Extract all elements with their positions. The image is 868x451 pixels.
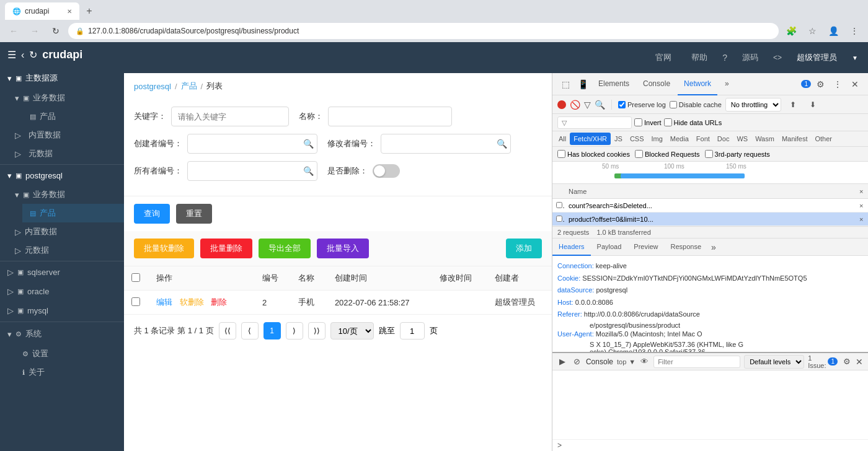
third-party-requests[interactable]: 3rd-party requests	[705, 150, 770, 158]
export-btn[interactable]: ⬇	[805, 97, 821, 113]
console-filter-input[interactable]	[653, 356, 740, 368]
network-row-1[interactable]: count?search=&isDeleted... ×	[552, 199, 868, 212]
nav-user[interactable]: 超级管理员	[792, 50, 842, 66]
export-all-btn[interactable]: 导出全部	[259, 239, 311, 258]
modifier-search-btn[interactable]: 🔍	[497, 139, 507, 149]
dt-tab-network[interactable]: Network	[678, 73, 717, 95]
filter-css[interactable]: CSS	[626, 133, 648, 145]
sidebar-item-metadata-1[interactable]: ▷ 元数据	[7, 144, 124, 163]
invert-checkbox[interactable]: Invert	[634, 118, 662, 126]
invert-input[interactable]	[634, 118, 642, 126]
hamburger-btn[interactable]: ☰	[7, 49, 16, 61]
filter-toggle-btn[interactable]: ▽	[584, 100, 591, 110]
add-btn[interactable]: 添加	[506, 239, 542, 258]
sidebar-item-business-data-1[interactable]: ▾ ▣ 业务数据	[7, 89, 124, 107]
page-prev-btn[interactable]: ⟨	[241, 322, 259, 339]
batch-soft-delete-btn[interactable]: 批量软删除	[134, 239, 194, 258]
back-btn[interactable]: ←	[5, 22, 22, 40]
breadcrumb-postgresql[interactable]: postgresql	[134, 82, 171, 91]
sidebar-item-business-data-2[interactable]: ▾ ▣ 业务数据	[7, 185, 124, 204]
page-last-btn[interactable]: ⟩⟩	[308, 322, 326, 339]
delete-link[interactable]: 删除	[211, 297, 227, 307]
sidebar-item-builtin-1[interactable]: ▷ 内置数据	[7, 126, 124, 144]
nav-source[interactable]: 源码	[737, 50, 763, 66]
network-filter-input[interactable]	[557, 116, 632, 129]
dt-more-btn[interactable]: ⋮	[830, 76, 846, 92]
dt-inspect-btn[interactable]: ⬚	[557, 76, 574, 92]
reload-btn[interactable]: ↻	[47, 22, 64, 40]
filter-js[interactable]: JS	[611, 133, 626, 145]
owner-input[interactable]	[187, 161, 317, 181]
sidebar-item-system[interactable]: ▾ ⚙ 系统	[0, 323, 124, 344]
page-next-btn[interactable]: ⟩	[286, 322, 303, 339]
extensions-btn[interactable]: 🧩	[782, 22, 800, 40]
deleted-toggle[interactable]	[373, 164, 400, 178]
dt-tab-elements[interactable]: Elements	[592, 73, 636, 95]
dt-close-btn[interactable]: ✕	[847, 76, 863, 92]
third-party-input[interactable]	[705, 150, 713, 158]
sidebar-item-mysql[interactable]: ▷ ▣ mysql	[0, 301, 124, 320]
req-tab-response[interactable]: Response	[664, 239, 707, 256]
modifier-input[interactable]	[381, 134, 511, 154]
import-btn[interactable]: ⬆	[785, 97, 801, 113]
hide-urls-checkbox[interactable]: Hide data URLs	[664, 118, 722, 126]
sidebar-item-about[interactable]: ℹ 关于	[15, 363, 124, 382]
browser-tab-active[interactable]: 🌐 crudapi ✕	[5, 2, 79, 20]
page-size-select[interactable]: 10/页 20/页 50/页	[330, 322, 374, 339]
preserve-log-checkbox[interactable]: Preserve log	[618, 101, 666, 108]
search-toggle-btn[interactable]: 🔍	[595, 100, 605, 110]
sidebar-item-metadata-2[interactable]: ▷ 元数据	[7, 241, 124, 260]
record-btn[interactable]	[557, 100, 566, 109]
page-first-btn[interactable]: ⟨⟨	[219, 322, 236, 339]
filter-other[interactable]: Other	[811, 133, 836, 145]
tab-close-btn[interactable]: ✕	[67, 8, 72, 15]
preserve-log-input[interactable]	[618, 101, 626, 108]
owner-search-btn[interactable]: 🔍	[303, 166, 314, 176]
hide-urls-input[interactable]	[664, 118, 672, 126]
new-tab-btn[interactable]: +	[81, 2, 98, 20]
sidebar-item-sqlserver[interactable]: ▷ ▣ sqlserver	[0, 263, 124, 282]
keyword-input[interactable]	[171, 107, 289, 126]
nr-checkbox-input-2[interactable]	[556, 216, 562, 222]
clear-btn[interactable]: 🚫	[570, 100, 580, 110]
bookmark-btn[interactable]: ☆	[804, 22, 821, 40]
filter-all[interactable]: All	[555, 133, 570, 145]
sidebar-item-postgresql[interactable]: ▾ ▣ postgresql	[0, 166, 124, 185]
filter-manifest[interactable]: Manifest	[778, 133, 812, 145]
throttling-select[interactable]: No throttling Fast 3G Slow 3G	[725, 98, 781, 112]
page-1-btn[interactable]: 1	[264, 322, 281, 339]
req-tab-payload[interactable]: Payload	[591, 239, 628, 256]
soft-delete-link[interactable]: 软删除	[180, 297, 204, 307]
filter-xhr[interactable]: Fetch/XHR	[570, 133, 611, 145]
dt-tab-console[interactable]: Console	[637, 73, 676, 95]
nav-official-site[interactable]: 官网	[650, 50, 676, 66]
console-stop-btn[interactable]: ⊘	[572, 355, 582, 369]
console-settings-btn[interactable]: ⚙	[841, 355, 852, 369]
breadcrumb-product[interactable]: 产品	[181, 81, 197, 92]
sidebar-item-settings[interactable]: ⚙ 设置	[15, 344, 124, 363]
filter-img[interactable]: Img	[648, 133, 666, 145]
req-tab-headers[interactable]: Headers	[552, 239, 591, 256]
sidebar-item-oracle[interactable]: ▷ ▣ oracle	[0, 282, 124, 301]
sidebar-back-btn[interactable]: ‹	[21, 50, 24, 61]
has-blocked-cookies[interactable]: Has blocked cookies	[557, 150, 630, 158]
sidebar-refresh-btn[interactable]: ↻	[29, 49, 37, 61]
row-checkbox[interactable]	[131, 297, 140, 306]
req-tab-preview[interactable]: Preview	[627, 239, 664, 256]
blocked-requests-input[interactable]	[635, 150, 643, 158]
edit-link[interactable]: 编辑	[156, 297, 172, 307]
blocked-requests[interactable]: Blocked Requests	[635, 150, 700, 158]
disable-cache-checkbox[interactable]: Disable cache	[670, 101, 722, 108]
dt-tab-more[interactable]: »	[719, 73, 735, 95]
sidebar-item-main-datasource[interactable]: ▾ ▣ 主数据源	[0, 68, 124, 89]
filter-media[interactable]: Media	[666, 133, 693, 145]
menu-btn[interactable]: ⋮	[846, 22, 863, 40]
reset-btn[interactable]: 重置	[176, 204, 212, 224]
disable-cache-input[interactable]	[670, 101, 677, 108]
nr-checkbox-input-1[interactable]	[556, 202, 562, 208]
nav-help[interactable]: 帮助	[686, 50, 712, 66]
nr-x-1[interactable]: ×	[856, 202, 868, 209]
console-level-select[interactable]: Default levels	[744, 355, 804, 369]
forward-btn[interactable]: →	[26, 22, 43, 40]
account-btn[interactable]: 👤	[825, 22, 842, 40]
